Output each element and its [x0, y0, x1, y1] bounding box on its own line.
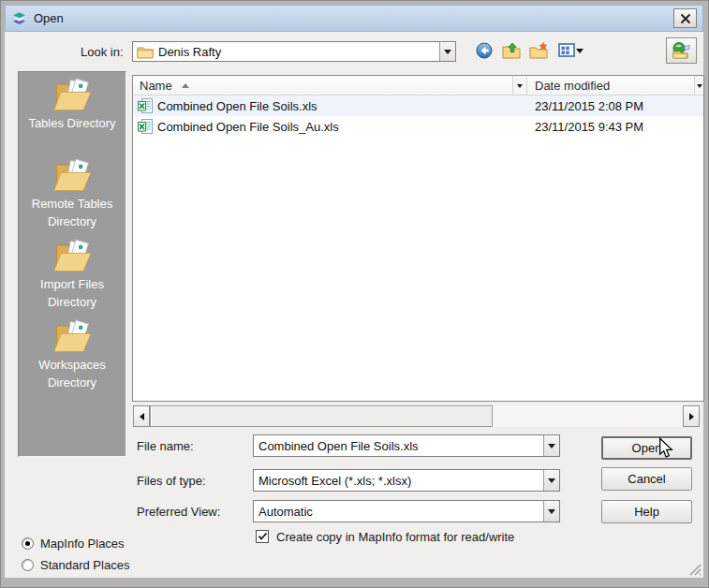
sidebar-item-import-files-directory[interactable]: Import Files Directory	[19, 238, 126, 318]
column-label: Date modified	[535, 79, 610, 93]
scroll-right-button[interactable]	[683, 405, 700, 427]
file-row[interactable]: Combined Open File Soils.xls 23/11/2015 …	[133, 96, 703, 116]
chevron-down-icon	[548, 478, 555, 487]
look-in-combobox[interactable]: Denis Rafty	[132, 41, 456, 62]
sidebar-item-tables-directory[interactable]: Tables Directory	[19, 77, 126, 157]
look-in-label: Look in:	[81, 45, 124, 59]
cancel-button[interactable]: Cancel	[601, 467, 692, 491]
directory-folder-icon	[52, 157, 93, 195]
file-name: Combined Open File Soils.xls	[157, 99, 318, 113]
directory-folder-icon	[52, 238, 93, 275]
directory-folder-icon	[52, 77, 93, 114]
cancel-button-label: Cancel	[628, 472, 665, 486]
look-in-dropdown-button[interactable]	[439, 42, 455, 61]
column-header-date-modified[interactable]: Date modified	[527, 76, 703, 95]
new-folder-icon	[529, 42, 548, 59]
sidebar-item-label: Import Files Directory	[19, 275, 126, 311]
mouse-cursor	[658, 437, 673, 460]
chevron-down-icon	[444, 50, 451, 58]
arrow-left-icon	[136, 413, 144, 420]
resize-grip[interactable]	[687, 562, 702, 576]
preferred-view-combobox[interactable]: Automatic	[253, 500, 560, 522]
create-copy-checkbox[interactable]	[256, 530, 269, 543]
scrollbar-thumb[interactable]	[150, 405, 493, 427]
file-list: Name Date modified Com	[132, 75, 704, 402]
create-new-folder-button[interactable]	[529, 42, 548, 59]
look-in-value: Denis Rafty	[154, 45, 439, 59]
chevron-down-icon	[548, 509, 555, 518]
sidebar-item-label: Workspaces Directory	[19, 356, 126, 391]
column-header-name[interactable]: Name	[133, 76, 527, 95]
back-icon	[476, 42, 493, 59]
close-icon	[680, 13, 691, 24]
files-of-type-value: Microsoft Excel (*.xls; *.xlsx)	[254, 474, 543, 488]
file-date-modified: 23/11/2015 9:43 PM	[527, 120, 703, 134]
file-name-combobox[interactable]: Combined Open File Soils.xls	[253, 434, 560, 457]
directory-folder-icon	[52, 318, 93, 356]
chevron-down-icon	[697, 84, 702, 91]
checkmark-icon	[258, 532, 268, 541]
view-menu-button[interactable]	[556, 42, 584, 59]
help-button[interactable]: Help	[601, 500, 692, 523]
preferred-view-value: Automatic	[254, 505, 543, 519]
file-name-value: Combined Open File Soils.xls	[254, 439, 543, 453]
open-table-icon	[672, 41, 691, 60]
mapinfo-logo-icon	[11, 10, 27, 26]
back-button[interactable]	[475, 42, 494, 59]
open-dialog: Open Look in: Denis Rafty	[0, 0, 709, 588]
help-button-label: Help	[634, 505, 659, 519]
file-name: Combined Open File Soils_Au.xls	[157, 120, 339, 134]
create-copy-checkbox-label[interactable]: Create copy in MapInfo format for read/w…	[276, 530, 514, 544]
date-filter-dropdown-button[interactable]	[694, 76, 703, 95]
chevron-down-icon	[576, 49, 583, 57]
open-button[interactable]: Open	[601, 436, 692, 460]
folder-toolbar	[475, 42, 584, 59]
file-date-modified: 23/11/2015 2:08 PM	[527, 99, 703, 113]
radio-dot-icon	[25, 541, 30, 546]
files-of-type-dropdown-button[interactable]	[543, 470, 559, 491]
chevron-down-icon	[548, 444, 555, 452]
dialog-body: Look in: Denis Rafty	[5, 32, 703, 578]
folder-icon	[137, 45, 154, 59]
files-of-type-combobox[interactable]: Microsoft Excel (*.xls; *.xlsx)	[253, 469, 560, 492]
chevron-down-icon	[517, 84, 523, 91]
close-button[interactable]	[673, 8, 697, 28]
column-label: Name	[140, 79, 172, 93]
arrow-right-icon	[689, 413, 698, 420]
sidebar-item-remote-tables-directory[interactable]: Remote Tables Directory	[19, 157, 126, 238]
standard-places-radio[interactable]	[22, 559, 34, 571]
sidebar-item-label: Remote Tables Directory	[19, 195, 126, 230]
window-title: Open	[34, 11, 64, 25]
preferred-view-dropdown-button[interactable]	[543, 501, 559, 522]
excel-file-icon	[138, 119, 153, 134]
name-filter-dropdown-button[interactable]	[512, 76, 526, 95]
horizontal-scrollbar[interactable]	[133, 405, 700, 427]
sort-ascending-icon	[182, 80, 189, 88]
scroll-left-button[interactable]	[133, 405, 150, 427]
scrollbar-track[interactable]	[493, 405, 683, 427]
open-table-button[interactable]	[666, 37, 697, 64]
excel-file-icon	[138, 98, 153, 113]
files-of-type-label: Files of type:	[137, 474, 206, 488]
mapinfo-places-label[interactable]: MapInfo Places	[40, 537, 125, 551]
mapinfo-places-radio[interactable]	[22, 537, 34, 550]
preferred-view-label: Preferred View:	[137, 505, 220, 519]
view-menu-icon	[558, 43, 575, 58]
open-button-label: Open	[632, 441, 662, 455]
file-list-header: Name Date modified	[133, 76, 703, 96]
places-bar: Tables Directory Remote Tables Directory	[18, 71, 126, 457]
standard-places-label[interactable]: Standard Places	[40, 558, 129, 572]
sidebar-item-workspaces-directory[interactable]: Workspaces Directory	[19, 318, 126, 399]
up-one-level-icon	[502, 42, 521, 59]
file-name-label: File name:	[137, 439, 194, 453]
file-row[interactable]: Combined Open File Soils_Au.xls 23/11/20…	[133, 116, 703, 137]
file-name-dropdown-button[interactable]	[543, 435, 559, 456]
titlebar: Open	[5, 5, 703, 32]
sidebar-item-label: Tables Directory	[26, 114, 117, 132]
up-one-level-button[interactable]	[502, 42, 521, 59]
